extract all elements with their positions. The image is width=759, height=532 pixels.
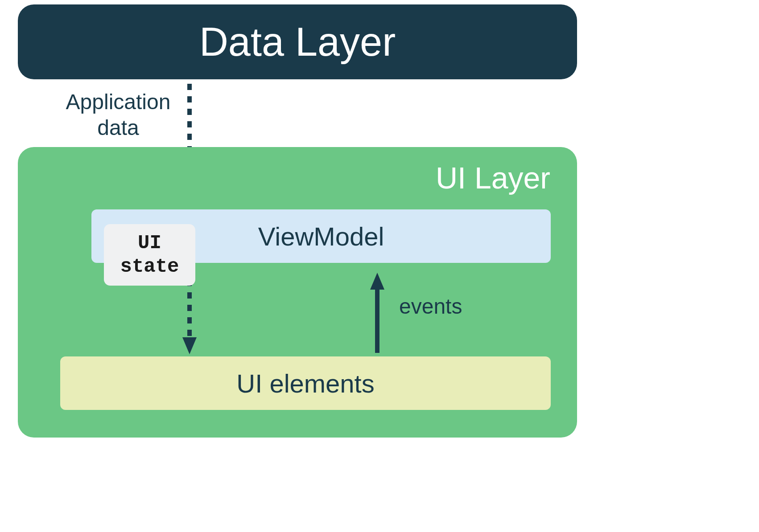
ui-layer-box: UI Layer ViewModel UI state events UI el…	[18, 147, 577, 438]
svg-marker-5	[370, 273, 384, 290]
application-data-label: Application data	[65, 89, 172, 140]
ui-state-box: UI state	[104, 224, 195, 286]
data-layer-label: Data Layer	[199, 19, 396, 65]
viewmodel-label: ViewModel	[258, 221, 384, 251]
svg-marker-3	[182, 337, 197, 354]
events-label: events	[399, 294, 462, 319]
ui-state-label: UI state	[120, 231, 179, 278]
arrow-events-up-icon	[368, 273, 386, 353]
ui-elements-label: UI elements	[236, 368, 374, 398]
data-layer-box: Data Layer	[18, 4, 577, 79]
ui-layer-label: UI Layer	[436, 160, 550, 195]
ui-elements-box: UI elements	[60, 356, 551, 410]
